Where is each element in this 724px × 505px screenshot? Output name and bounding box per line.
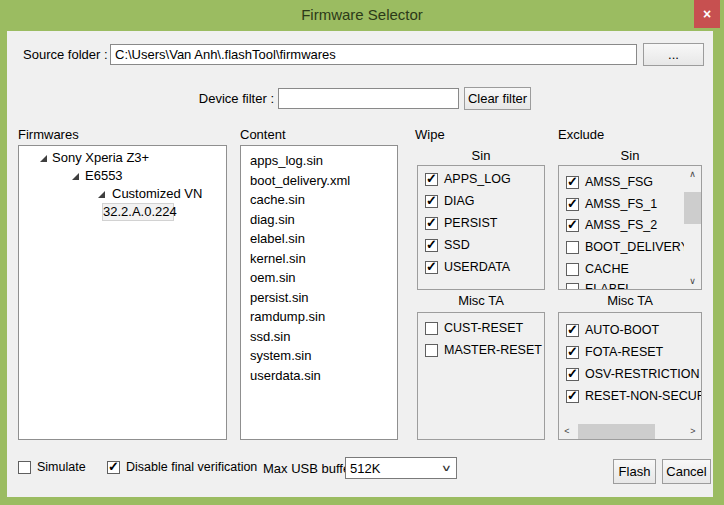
checkbox-label: DIAG [444,194,475,208]
content-file-item[interactable]: system.sin [241,346,397,366]
simulate-checkbox[interactable] [18,461,31,474]
device-filter-input[interactable] [278,88,459,109]
content-file-item[interactable]: userdata.sin [241,366,397,386]
checkbox[interactable] [566,346,579,359]
tree-node-device[interactable]: Sony Xperia Z3+ [52,150,149,165]
tree-node-model[interactable]: E6553 [85,168,123,183]
exclude-sin-row[interactable]: ELABEL [566,282,632,290]
wipe-sin-row[interactable]: DIAG [425,194,475,208]
exclude-misc-row[interactable]: AUTO-BOOT [566,323,659,337]
checkbox-label: AUTO-BOOT [585,323,659,337]
wipe-sin-group: APPS_LOG DIAG PERSIST SSD USERDATA [417,165,545,290]
disable-final-verification-checkbox[interactable] [107,461,120,474]
scroll-left-icon[interactable]: < [559,424,575,439]
wipe-sin-row[interactable]: USERDATA [425,260,510,274]
checkbox[interactable] [425,239,438,252]
checkbox[interactable] [566,390,579,403]
wipe-sin-row[interactable]: SSD [425,238,470,252]
checkbox[interactable] [566,176,579,189]
wipe-misc-row[interactable]: MASTER-RESET [425,343,542,357]
source-folder-input[interactable] [110,44,637,65]
max-usb-buffer-select[interactable]: 512K ∨ [345,457,457,479]
content-file-item[interactable]: ssd.sin [241,327,397,347]
horizontal-scrollbar[interactable]: < > [559,424,701,439]
wipe-misc-row[interactable]: CUST-RESET [425,321,523,335]
exclude-sin-row[interactable]: CACHE [566,262,629,276]
clear-filter-button[interactable]: Clear filter [464,87,531,110]
device-filter-label: Device filter : [193,91,274,106]
simulate-label: Simulate [37,460,86,474]
scroll-thumb[interactable] [578,424,655,439]
content-file-item[interactable]: apps_log.sin [241,151,397,171]
content-file-item[interactable]: oem.sin [241,268,397,288]
checkbox-label: AMSS_FS_1 [585,197,657,211]
checkbox[interactable] [425,344,438,357]
checkbox[interactable] [566,324,579,337]
checkbox[interactable] [425,195,438,208]
checkbox[interactable] [566,368,579,381]
scroll-right-icon[interactable]: > [685,424,701,439]
checkbox[interactable] [566,241,579,254]
checkbox[interactable] [425,261,438,274]
cancel-button[interactable]: Cancel [662,459,711,484]
checkbox-label: AMSS_FSG [585,175,653,189]
exclude-misc-row[interactable]: FOTA-RESET [566,345,663,359]
checkbox-label: RESET-NON-SECURE-A [585,389,702,403]
exclude-misc-ta-group: AUTO-BOOT FOTA-RESET OSV-RESTRICTION RES… [558,312,702,440]
content-file-item[interactable]: diag.sin [241,210,397,230]
content-file-item[interactable]: elabel.sin [241,229,397,249]
scroll-down-icon[interactable]: ∨ [684,273,701,289]
wipe-label: Wipe [415,127,445,142]
checkbox[interactable] [425,322,438,335]
content-list[interactable]: apps_log.sin boot_delivery.xml cache.sin… [240,145,398,440]
checkbox-label: MASTER-RESET [444,343,542,357]
checkbox[interactable] [425,217,438,230]
firmware-tree[interactable]: Sony Xperia Z3+ E6553 Customized VN 32.2… [18,145,227,440]
browse-button[interactable]: ... [643,43,704,66]
flash-button[interactable]: Flash [613,459,656,484]
tree-expanded-icon [98,191,105,198]
checkbox[interactable] [566,283,579,291]
tree-expanded-icon [40,155,47,162]
checkbox-label: SSD [444,238,470,252]
content-file-item[interactable]: cache.sin [241,190,397,210]
checkbox-label: CUST-RESET [444,321,523,335]
content-file-item[interactable]: boot_delivery.xml [241,171,397,191]
vertical-scrollbar[interactable]: ∧ ∨ [684,166,701,289]
wipe-sin-row[interactable]: PERSIST [425,216,498,230]
disable-final-verification-label: Disable final verification [126,460,257,474]
close-button[interactable]: × [694,0,720,28]
exclude-misc-ta-label: Misc TA [558,293,702,308]
exclude-sin-row[interactable]: AMSS_FS_2 [566,218,657,232]
checkbox-label: PERSIST [444,216,498,230]
checkbox[interactable] [566,219,579,232]
wipe-misc-ta-group: CUST-RESET MASTER-RESET [417,312,545,440]
scroll-up-icon[interactable]: ∧ [684,166,701,182]
checkbox-label: ELABEL [585,282,632,290]
content-file-item[interactable]: ramdump.sin [241,307,397,327]
tree-node-customization[interactable]: Customized VN [112,186,202,201]
checkbox-label: AMSS_FS_2 [585,218,657,232]
scroll-thumb[interactable] [684,192,701,224]
exclude-sin-row[interactable]: AMSS_FSG [566,175,653,189]
disable-final-verification-row[interactable]: Disable final verification [107,460,257,474]
content-file-item[interactable]: persist.sin [241,288,397,308]
exclude-sin-row[interactable]: BOOT_DELIVERY [566,240,689,254]
checkbox[interactable] [566,198,579,211]
checkbox[interactable] [425,173,438,186]
exclude-sin-row[interactable]: AMSS_FS_1 [566,197,657,211]
exclude-misc-row[interactable]: OSV-RESTRICTION [566,367,700,381]
exclude-misc-row[interactable]: RESET-NON-SECURE-A [566,389,702,403]
content-file-item[interactable]: kernel.sin [241,249,397,269]
checkbox-label: USERDATA [444,260,510,274]
tree-node-version-selected[interactable]: 32.2.A.0.224 [102,203,174,221]
content-label: Content [240,127,286,142]
firmwares-label: Firmwares [18,127,79,142]
wipe-sin-row[interactable]: APPS_LOG [425,172,511,186]
checkbox[interactable] [566,263,579,276]
wipe-sin-label: Sin [417,148,545,163]
max-usb-buffer-value: 512K [350,461,380,476]
simulate-checkbox-row[interactable]: Simulate [18,460,86,474]
exclude-sin-group: AMSS_FSG AMSS_FS_1 AMSS_FS_2 BOOT_DELIVE… [558,165,702,290]
titlebar[interactable]: Firmware Selector × [0,0,724,31]
